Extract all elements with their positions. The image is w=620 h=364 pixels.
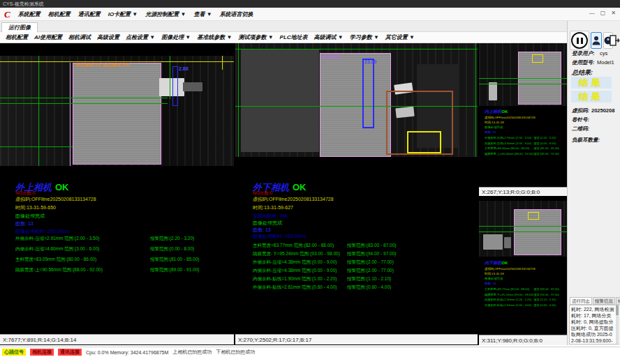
pixel-coords-text: X:267;Y:13;R:0;G:0;B:0	[482, 189, 540, 195]
toolbar: 相机配置 AI使用配置 相机调试 高级设置 点检设置 ▼ 图像处理 ▼ 基准线参…	[0, 32, 567, 43]
menu-item-system-config[interactable]: 系统配置	[18, 10, 40, 18]
tool-ai-usage-config[interactable]: AI使用配置	[34, 33, 62, 41]
measurement-row: 内侧余料-贴线=1.90mm 范围:(1.00 - 2.20) 报警范围:(1.…	[253, 276, 478, 283]
process-time-text: 图像处理耗时: 183.00ms	[253, 233, 307, 240]
login-user-label: 登录用户:	[572, 50, 595, 57]
close-button[interactable]: ✕	[611, 10, 616, 16]
window-controls: — ▢ ✕	[589, 10, 616, 16]
camera-image-outer-lower[interactable]: AI检测框 23.80	[235, 43, 478, 157]
grid-line	[479, 232, 567, 232]
time-text: 时间:13-31-59	[485, 272, 567, 276]
log-scrollbar[interactable]	[616, 305, 619, 344]
lower-camera-status-text: 下相机已拍照成功	[216, 349, 255, 356]
alarm-range-text: 报警范围:(89.00 - 91.00)	[150, 267, 199, 273]
control-panel: 登录用户: cys 使用型号: Model1 总结果: 结果 结果 虚拟码: 2…	[567, 21, 620, 345]
measurement-row: 外侧余料-压缩=2.91mm 范围:(2.00 - 3.50) 报警范围:(2.…	[15, 236, 234, 243]
measurement-text: 外侧余料-压缩=2.91mm 范围:(2.00 - 3.50)	[15, 236, 99, 242]
tool-test-item-params[interactable]: 测试项参数 ▼	[238, 33, 273, 41]
operator-button[interactable]	[591, 32, 602, 49]
measure-value-text: 23.80	[364, 59, 377, 64]
tool-advanced-debug[interactable]: 高级调试 ▼	[314, 33, 344, 41]
tool-camera-config[interactable]: 相机配置	[6, 33, 28, 41]
tool-image-processing[interactable]: 图像处理 ▼	[161, 33, 191, 41]
camera-image-inner-lower[interactable]	[479, 201, 567, 257]
log-tab-run[interactable]: 运行日志	[570, 297, 592, 305]
grid-line	[170, 56, 170, 99]
process-time-text: 图像处理耗时: 256.00ms	[15, 228, 69, 235]
app-logo-icon: C	[4, 10, 10, 19]
pause-button[interactable]	[570, 31, 589, 50]
log-tab-error[interactable]: 错误日志	[616, 297, 620, 305]
tool-advanced-settings[interactable]: 高级设置	[97, 33, 119, 41]
measurement-row: 主料宽度=83.77mm 范围:(82.00 - 88.00) 报警范围:(83…	[253, 243, 478, 250]
window-titlebar: CYS-视觉检测系统	[0, 0, 620, 8]
alarm-range-text: 报警范围:(94.00 - 97.00)	[347, 251, 396, 257]
frame-count-text: 图数: 13	[15, 220, 34, 227]
camera-view-outer-upper: 静态阈值:93, 动态阈值:100 2.88 外上相机OK NG次数:0 虚拟码…	[0, 43, 234, 334]
tool-plc-address-table[interactable]: PLC地址表	[280, 33, 308, 41]
log-output[interactable]: 耗时: 222, 网络检测耗时: 17, 网络分类耗时: 0, 网络提取分区耗时…	[569, 305, 619, 344]
person-icon	[592, 36, 600, 45]
cell-region	[320, 53, 391, 157]
process-done-text: 图像处理完成	[15, 213, 45, 220]
alarm-range-text: 报警范围:(83.00 - 87.00)	[347, 243, 396, 249]
camera-image-inner-upper[interactable]	[479, 43, 567, 106]
time-text: 时间:13-31-59	[485, 121, 567, 125]
tool-camera-debug[interactable]: 相机调试	[68, 33, 91, 41]
log-tab-alarm[interactable]: 报警信息	[593, 297, 615, 305]
menu-item-view[interactable]: 查看 ▼	[193, 10, 212, 18]
menu-item-comm-config[interactable]: 通讯配置	[78, 10, 101, 18]
menu-item-io-card-config[interactable]: IO卡配置 ▼	[108, 10, 138, 18]
process-done-text: 图像处理完成	[253, 220, 282, 227]
measurement-row: 外侧余料-贴线=2.61mm 范围:(0.60 - 4.00) 报警范围:(0.…	[253, 285, 478, 291]
measurement-row: 主料宽度=83.05mm 范围:(80.00 - 86.00) 报警范围:(81…	[15, 257, 234, 264]
camera-name: 内下相机	[485, 261, 501, 266]
measurement-row: 内侧余料-压缩=4.60mm (3.00 - 6.00)报警:(0.00 - 8…	[485, 142, 567, 146]
camera-image-outer-upper[interactable]: 静态阈值:93, 动态阈值:100 2.88	[0, 56, 234, 166]
maximize-button[interactable]: ▢	[600, 10, 606, 16]
measurement-row: 外侧余料-压缩=2.91mm (2.00 - 3.50)报警:(2.20 - 3…	[485, 136, 567, 140]
qr-code-label: 二维码:	[572, 126, 589, 132]
menu-item-light-control[interactable]: 光源控制配置 ▼	[145, 10, 186, 18]
comm-connection-badge: 通讯连接	[58, 349, 82, 356]
needle-number-label: 卷针号:	[572, 116, 589, 123]
result-ok-badge: OK	[501, 109, 508, 114]
barcode-text: 虚拟码:OFFliine20250208133134728	[485, 266, 567, 271]
mini-result-text: 内上相机OK 虚拟码:OFFliine20250208133134728 时间:…	[485, 109, 567, 156]
tool-spot-check[interactable]: 点检设置 ▼	[126, 33, 155, 41]
window-title: CYS-视觉检测系统	[3, 1, 44, 6]
metal-tab	[483, 234, 503, 250]
login-user-value: cys	[600, 50, 607, 56]
result-display-1: 结果	[571, 77, 612, 89]
tab-run-image[interactable]: 运行图像	[1, 22, 38, 32]
app-status-bar: 心跳信号 相机连接 通讯连接 Cpu: 0.0% Memory: 3424.41…	[0, 347, 620, 357]
grid-line	[0, 103, 168, 104]
grid-line	[0, 146, 73, 147]
frame-count-text: 图数: 13	[485, 282, 567, 286]
time-text: 时间:13-31-59-650	[15, 204, 56, 211]
barcode-text: 虚拟码:OFFliine20250208133134728	[15, 196, 96, 203]
ai-box-label: AI检测框	[322, 54, 340, 61]
exit-button[interactable]	[610, 31, 620, 50]
grid-line	[479, 78, 567, 79]
exit-door-icon	[610, 35, 620, 46]
tool-learning-params[interactable]: 学习参数 ▼	[350, 33, 379, 41]
grid-line	[38, 56, 39, 166]
measurement-row: 内侧余料-贴线=1.90mm (1.00 - 2.20)报警:(1.10 - 2…	[485, 298, 567, 302]
menu-item-language-switch[interactable]: 系统语言切换	[220, 10, 253, 18]
result-ok-badge: OK	[501, 261, 508, 266]
camera-view-outer-lower: AI检测框 23.80 外下相机OK NG次数:0 虚拟码:OFFliine20…	[235, 43, 478, 334]
grid-line	[479, 226, 567, 227]
measurement-row: 主料宽度=83.77mm (82.00 - 88.00)报警:(83.00 - …	[485, 287, 567, 291]
connector-arm	[183, 82, 202, 91]
measurement-row: 隔膜宽度-下=95.24mm 范围:(93.00 - 98.00) 报警范围:(…	[253, 251, 478, 258]
tool-baseline-params[interactable]: 基准线参数 ▼	[197, 33, 232, 41]
connector-part	[159, 78, 184, 96]
measurement-row: 内侧余料-压缩=4.60mm 范围:(3.00 - 6.00) 报警范围:(0.…	[15, 246, 234, 253]
tool-other-settings[interactable]: 其它设置 ▼	[385, 33, 415, 41]
model-value[interactable]: Model1	[597, 59, 614, 66]
measure-rect-blue	[172, 66, 178, 106]
minimize-button[interactable]: —	[589, 10, 595, 16]
tab-count-label: 负极耳数量:	[572, 137, 600, 144]
menu-item-camera-config[interactable]: 相机配置	[48, 10, 71, 18]
